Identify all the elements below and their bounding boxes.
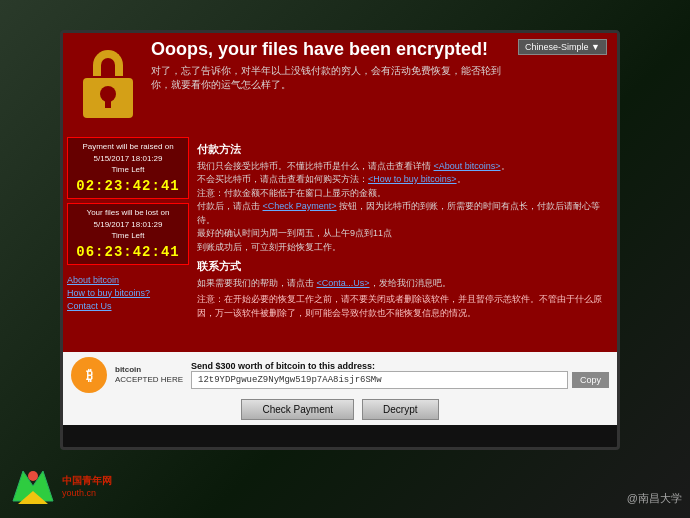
bitcoin-address-row: Copy — [191, 371, 609, 389]
bitcoin-accepted-text: bitcoinACCEPTED HERE — [115, 365, 183, 386]
send-text: Send $300 worth of bitcoin to this addre… — [191, 361, 609, 371]
section2-title: 联系方式 — [197, 258, 609, 275]
ransom-content: Payment will be raised on 5/15/2017 18:0… — [63, 133, 617, 352]
header-text: Ooops, your files have been encrypted! 对… — [151, 39, 510, 92]
warning-text: 注意：在开始必要的恢复工作之前，请不要关闭或者删除该软件，并且暂停示恙软件。不管… — [197, 293, 609, 320]
lock-icon-container — [73, 39, 143, 129]
header-subtitle: 对了，忘了告诉你，对半年以上没钱付款的穷人，会有活动免费恢复，能否轮到你，就要看… — [151, 64, 510, 92]
lock-body — [83, 78, 133, 118]
section2-text: 如果需要我们的帮助，请点击 <Conta...Us>，发给我们消息吧。 — [197, 277, 609, 291]
section1-title: 付款方法 — [197, 141, 609, 158]
svg-point-2 — [28, 471, 38, 481]
check-payment-button[interactable]: Check Payment — [241, 399, 354, 420]
section1-text: 我们只会接受比特币。不懂比特币是什么，请点击查看详情 <About bitcoi… — [197, 160, 609, 255]
bitcoin-logo: ₿ — [71, 357, 107, 393]
timer-box-1: Payment will be raised on 5/15/2017 18:0… — [67, 137, 189, 199]
youth-en-text: youth.cn — [62, 488, 112, 498]
decrypt-button[interactable]: Decrypt — [362, 399, 438, 420]
timer-box-2: Your files will be lost on 5/19/2017 18:… — [67, 203, 189, 265]
language-selector[interactable]: Chinese-Simple ▼ — [518, 39, 607, 55]
timer2-timelabel: Time Left — [72, 231, 184, 241]
contact-inline-link[interactable]: <Conta...Us> — [317, 278, 370, 288]
timer2-date: 5/19/2017 18:01:29 — [72, 220, 184, 229]
youth-logo-icon — [8, 466, 58, 506]
right-panel: 付款方法 我们只会接受比特币。不懂比特币是什么，请点击查看详情 <About b… — [193, 133, 617, 352]
header-title: Ooops, your files have been encrypted! — [151, 39, 510, 60]
bitcoin-section: ₿ bitcoinACCEPTED HERE Send $300 worth o… — [63, 352, 617, 425]
timer2-time: 06:23:42:41 — [72, 244, 184, 260]
timer1-timelabel: Time Left — [72, 165, 184, 175]
youth-text-block: 中国青年网 youth.cn — [62, 474, 112, 498]
timer1-date: 5/15/2017 18:01:29 — [72, 154, 184, 163]
left-panel: Payment will be raised on 5/15/2017 18:0… — [63, 133, 193, 352]
how-to-buy-link[interactable]: How to buy bitcoins? — [67, 288, 189, 298]
timer1-time: 02:23:42:41 — [72, 178, 184, 194]
about-bitcoins-inline-link[interactable]: <About bitcoins> — [434, 161, 501, 171]
timer2-label: Your files will be lost on — [72, 208, 184, 218]
check-payment-inline-link[interactable]: <Check Payment> — [263, 201, 337, 211]
lock-shackle — [93, 50, 123, 76]
watermark-youth: 中国青年网 youth.cn — [8, 466, 112, 506]
ransom-window: Ooops, your files have been encrypted! 对… — [63, 33, 617, 425]
weibo-text: @南昌大学 — [627, 492, 682, 504]
how-to-buy-inline-link[interactable]: <How to buy bitcoins> — [368, 174, 457, 184]
timer1-label: Payment will be raised on — [72, 142, 184, 152]
ransom-header: Ooops, your files have been encrypted! 对… — [63, 33, 617, 133]
watermark-weibo: @南昌大学 — [627, 491, 682, 506]
bitcoin-address-input[interactable] — [191, 371, 568, 389]
lock-icon — [80, 50, 136, 118]
copy-button[interactable]: Copy — [572, 372, 609, 388]
screen-frame: Ooops, your files have been encrypted! 对… — [60, 30, 620, 450]
bottom-buttons: Check Payment Decrypt — [71, 399, 609, 420]
contact-us-link[interactable]: Contact Us — [67, 301, 189, 311]
about-bitcoin-link[interactable]: About bitcoin — [67, 275, 189, 285]
bitcoin-header: ₿ bitcoinACCEPTED HERE Send $300 worth o… — [71, 357, 609, 393]
left-links: About bitcoin How to buy bitcoins? Conta… — [67, 275, 189, 311]
youth-cn-text: 中国青年网 — [62, 474, 112, 488]
